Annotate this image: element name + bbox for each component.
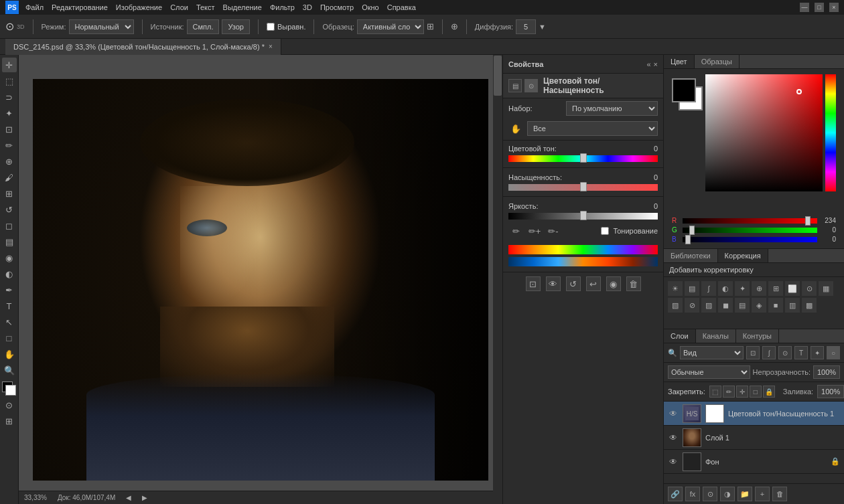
color-lookup-icon[interactable]: ▧: [668, 298, 683, 313]
blur-tool[interactable]: ◉: [2, 250, 17, 265]
menu-select[interactable]: Выделение: [223, 3, 262, 11]
b-thumb[interactable]: [685, 235, 691, 244]
text-tool[interactable]: T: [2, 299, 17, 313]
menu-help[interactable]: Справка: [387, 3, 416, 11]
paths-tab[interactable]: Контуры: [736, 329, 779, 343]
saturation-slider-track[interactable]: [508, 184, 658, 191]
preset-select[interactable]: По умолчанию: [566, 101, 658, 116]
menu-bar[interactable]: Файл Редактирование Изображение Слои Тек…: [25, 3, 416, 11]
fill-input[interactable]: [817, 385, 844, 398]
view-previous-button[interactable]: 👁: [546, 276, 561, 291]
layer-filter-1[interactable]: ⊡: [746, 346, 760, 359]
menu-window[interactable]: Окно: [362, 3, 379, 11]
hue-slider-vertical[interactable]: [825, 74, 836, 191]
eyedropper-tool[interactable]: ✏: [2, 138, 17, 153]
pattern-button[interactable]: Узор: [222, 19, 250, 34]
reset-button[interactable]: ↺: [566, 276, 581, 291]
mode-select[interactable]: Нормальный: [69, 19, 134, 34]
clip-to-layer-button[interactable]: ⊡: [526, 276, 541, 291]
adjustment-icon-1[interactable]: ▤: [508, 79, 522, 92]
stamp-tool[interactable]: ⊞: [2, 186, 17, 201]
color-balance-icon[interactable]: ⊞: [768, 281, 783, 296]
trash-button[interactable]: 🗑: [626, 276, 641, 291]
history-brush-tool[interactable]: ↺: [2, 202, 17, 217]
photo-canvas[interactable]: [33, 79, 488, 481]
invert-icon[interactable]: ⊘: [685, 298, 699, 313]
libraries-tab[interactable]: Библиотеки: [664, 249, 718, 262]
layer-filter-3[interactable]: ⊙: [778, 346, 792, 359]
layer-filter-select[interactable]: Вид: [680, 346, 744, 359]
lock-position[interactable]: ✛: [736, 386, 748, 398]
crop-tool[interactable]: ⊡: [2, 122, 17, 137]
menu-filter[interactable]: Фильтр: [270, 3, 295, 11]
foreground-color-swatch[interactable]: [672, 78, 696, 102]
brightness-slider-thumb[interactable]: [580, 211, 587, 220]
brightness-slider-track[interactable]: [508, 213, 658, 220]
lock-transparent-pixels[interactable]: ⬚: [709, 386, 721, 398]
layer-filter-toggle[interactable]: ○: [827, 346, 840, 359]
swatches-tab[interactable]: Образцы: [695, 55, 740, 68]
gradient-fill-icon[interactable]: ▥: [785, 298, 800, 313]
foreground-color[interactable]: [2, 382, 17, 396]
eraser-tool[interactable]: ◻: [2, 218, 17, 233]
brightness-contrast-icon[interactable]: ☀: [668, 281, 683, 296]
saturation-slider-thumb[interactable]: [580, 182, 587, 191]
menu-edit[interactable]: Редактирование: [52, 3, 108, 11]
layer-visibility-background[interactable]: 👁: [668, 456, 679, 467]
properties-close-button[interactable]: ×: [654, 60, 658, 68]
new-group-button[interactable]: 📁: [737, 487, 752, 501]
opacity-input[interactable]: [813, 365, 840, 379]
lock-all[interactable]: 🔒: [763, 386, 775, 398]
r-thumb[interactable]: [805, 216, 811, 226]
magic-wand-tool[interactable]: ✦: [2, 106, 17, 120]
properties-collapse-button[interactable]: «: [646, 60, 650, 68]
document-tab[interactable]: DSC_2145.psd @ 33,3% (Цветовой тон/Насыщ…: [5, 39, 281, 55]
blend-mode-select[interactable]: Обычные: [668, 365, 750, 379]
toning-checkbox[interactable]: [601, 227, 609, 235]
channels-tab[interactable]: Каналы: [696, 329, 736, 343]
delete-layer-button[interactable]: 🗑: [772, 487, 787, 501]
eyedropper-add[interactable]: ✏+: [527, 224, 542, 238]
selection-tool[interactable]: ⬚: [2, 74, 17, 88]
bw-icon[interactable]: ⬜: [785, 281, 800, 296]
hue-sat-icon[interactable]: ⊕: [752, 281, 766, 296]
photo-filter-icon[interactable]: ⊙: [802, 281, 817, 296]
menu-view[interactable]: Просмотр: [320, 3, 354, 11]
hue-slider-track[interactable]: [508, 155, 658, 162]
layer-filter-5[interactable]: ✦: [811, 346, 824, 359]
curves-icon[interactable]: ∫: [701, 281, 716, 296]
levels-icon[interactable]: ▤: [685, 281, 699, 296]
sample-button[interactable]: Смпл.: [187, 19, 220, 34]
window-controls[interactable]: — □ ×: [800, 3, 839, 12]
visibility-button[interactable]: ◉: [606, 276, 621, 291]
eyedropper-sub[interactable]: ✏-: [546, 224, 561, 238]
exposure-icon[interactable]: ◐: [718, 281, 733, 296]
layer-filter-4[interactable]: T: [794, 346, 808, 359]
dodge-tool[interactable]: ◐: [2, 266, 17, 281]
pattern-fill-icon[interactable]: ▩: [802, 298, 817, 313]
link-layers-button[interactable]: 🔗: [668, 487, 683, 501]
layer-visibility-layer1[interactable]: 👁: [668, 432, 679, 443]
maximize-button[interactable]: □: [815, 3, 824, 12]
move-tool[interactable]: ✛: [2, 58, 17, 72]
diffusion-arrow[interactable]: ▼: [539, 23, 546, 31]
align-checkbox[interactable]: [267, 23, 275, 31]
eyedropper-set[interactable]: ✏: [508, 224, 523, 238]
minimize-button[interactable]: —: [800, 3, 809, 12]
path-select-tool[interactable]: ↖: [2, 315, 17, 329]
menu-text[interactable]: Текст: [196, 3, 215, 11]
menu-image[interactable]: Изображение: [116, 3, 162, 11]
diffusion-input[interactable]: [516, 19, 536, 34]
pen-tool[interactable]: ✒: [2, 282, 17, 297]
color-gradient-picker[interactable]: [705, 74, 823, 191]
lock-image-pixels[interactable]: ✏: [723, 386, 735, 398]
layers-tab[interactable]: Слои: [664, 329, 696, 343]
channel-select[interactable]: Все: [527, 121, 658, 136]
menu-file[interactable]: Файл: [25, 3, 44, 11]
hand-icon[interactable]: ✋: [508, 121, 523, 136]
channel-mixer-icon[interactable]: ▦: [819, 281, 833, 296]
add-mask-button[interactable]: ⊙: [703, 487, 717, 501]
zoom-tool[interactable]: 🔍: [2, 363, 17, 377]
r-slider[interactable]: [683, 218, 817, 224]
menu-3d[interactable]: 3D: [303, 3, 312, 11]
